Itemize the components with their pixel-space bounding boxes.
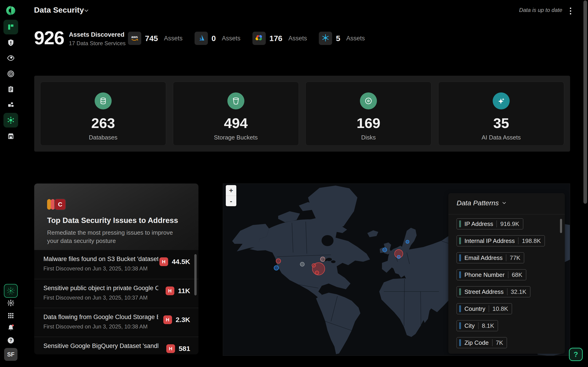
sidebar-item-policies[interactable] [3,82,18,97]
page-title[interactable]: Data Security [34,6,84,15]
asset-type-cards: 263Databases494Storage Buckets169Disks35… [34,76,570,152]
issues-list: Malware files found on S3 Bucket 'datase… [34,250,199,354]
pattern-label: Internal IP Address [464,237,515,244]
sidebar-item-attack-paths[interactable] [3,67,18,81]
help-fab-button[interactable]: ? [569,348,583,361]
issue-severity-group: H581 [166,344,190,353]
sidebar-item-integrations[interactable] [3,98,18,112]
pattern-color-bar [459,254,461,261]
pattern-count: 68K [512,271,522,278]
sidebar-item-ai-assistant[interactable] [4,284,18,298]
svg-text:aws: aws [131,35,138,39]
asset-card[interactable]: 494Storage Buckets [173,82,299,146]
map-location-dot[interactable] [300,262,304,267]
issue-title: Data flowing from Google Cloud Storage B… [43,314,158,321]
sidebar-item-apps[interactable] [3,310,18,322]
data-pattern-chip[interactable]: City8.1K [457,320,498,331]
map-location-dot[interactable] [320,257,325,262]
provider-label: Assets [346,35,365,42]
issue-count: 2.3K [176,316,190,324]
app-logo-icon[interactable] [5,5,16,16]
issue-title: Malware files found on S3 Bucket 'datase… [43,256,158,263]
data-pattern-chip[interactable]: IP Address916.9K [457,218,523,229]
storefront-icon [7,132,15,140]
kebab-menu-icon[interactable] [566,6,575,16]
pattern-label: Country [464,305,485,312]
sidebar-item-data-security[interactable] [3,113,18,127]
ai-assistant-icon [6,286,16,296]
asset-card[interactable]: 35AI Data Assets [438,82,564,146]
data-pattern-chip[interactable]: Street Address32.1K [457,286,530,297]
pattern-count: 916.9K [500,220,519,227]
top-issues-panel: C Top Data Security Issues to Address Re… [34,184,199,354]
pattern-count: 8.1K [482,322,494,329]
data-patterns-panel: Data Patterns IP Address916.9KInternal I… [448,193,565,354]
divider [478,322,478,329]
snowflake-icon-tile [319,32,332,45]
bucket-icon [232,97,240,105]
data-pattern-chip[interactable]: Country10.8K [457,303,512,314]
divider [497,220,497,227]
page-scrollbar[interactable] [583,0,587,204]
user-avatar[interactable]: SF [4,348,17,361]
divider [448,214,565,215]
divider [492,339,493,346]
card-value: 263 [91,115,115,131]
data-patterns-header[interactable]: Data Patterns [457,199,506,207]
sidebar-item-risks[interactable] [3,35,18,50]
target-icon [7,70,15,78]
map-location-dot[interactable] [315,271,319,275]
asset-card[interactable]: 169Disks [305,82,431,146]
data-patterns-title: Data Patterns [457,199,499,207]
assets-total-sublabel: 17 Data Store Services [69,40,126,47]
pattern-count: 32.1K [511,288,527,295]
issue-count: 581 [179,345,190,352]
card-value: 169 [357,115,380,131]
world-map-panel[interactable]: + - Data Patterns IP Address916.9KIntern… [223,184,570,356]
map-location-dot[interactable] [406,240,409,244]
data-pattern-chip[interactable]: Email Address77K [457,252,524,263]
map-location-dot[interactable] [397,255,401,259]
sidebar-item-settings[interactable] [3,297,18,309]
data-patterns-scrollbar[interactable] [560,219,562,233]
pattern-color-bar [459,237,461,244]
issue-row[interactable]: Malware files found on S3 Bucket 'datase… [34,250,199,279]
map-location-dot[interactable] [312,263,316,267]
map-location-dot[interactable] [276,259,281,264]
sidebar-item-visibility[interactable] [3,51,18,65]
provider-stat: 5Assets [319,32,365,45]
database-icon-circle [95,92,112,109]
asset-card[interactable]: 263Databases [40,82,166,146]
data-pattern-chip[interactable]: Phone Number68K [457,269,526,280]
severity-badge: H [166,286,174,295]
sparkle-icon-circle [493,92,510,109]
azure-icon [197,33,206,43]
data-pattern-chip[interactable]: Zip Code7K [457,337,507,348]
pattern-color-bar [459,322,461,329]
issue-row[interactable]: Sensitive public object in private Googl… [34,279,199,308]
sidebar-item-help[interactable]: ? [3,334,18,346]
map-location-dot[interactable] [382,248,387,252]
issue-row[interactable]: Data flowing from Google Cloud Storage B… [34,308,199,337]
sidebar-item-notifications[interactable] [3,322,18,334]
data-pattern-chip[interactable]: Internal IP Address198.8K [457,235,545,246]
aws-icon: aws [130,33,139,43]
sidebar-item-dashboard[interactable] [3,20,18,34]
disk-icon [364,97,372,105]
zoom-in-button[interactable]: + [226,185,236,196]
provider-stat: 0Assets [195,32,241,45]
issue-discovered: First Discovered on Jun 3, 2025, 10:38 A… [43,265,190,272]
pattern-label: Email Address [464,254,502,261]
pattern-label: Zip Code [464,339,489,346]
blocks-icon [7,101,15,109]
dashboard-icon [7,23,15,31]
chevron-down-icon[interactable] [84,9,89,14]
pattern-color-bar [459,288,461,295]
settings-gear-icon [7,299,15,307]
issues-scrollbar[interactable] [194,254,197,295]
sidebar-item-marketplace[interactable] [3,129,18,143]
issue-count: 11K [178,287,190,295]
map-location-dot[interactable] [274,265,279,270]
issue-row[interactable]: Sensitive Google BigQuery Dataset 'sandb… [34,337,199,354]
zoom-out-button[interactable]: - [226,196,236,206]
